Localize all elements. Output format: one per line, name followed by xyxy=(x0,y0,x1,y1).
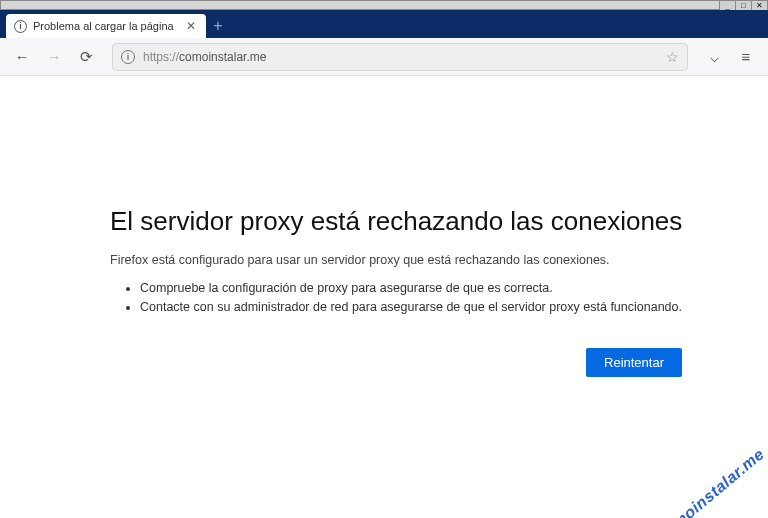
pocket-icon[interactable]: ⌵ xyxy=(700,43,728,71)
tab-title: Problema al cargar la página xyxy=(33,20,178,32)
bookmark-star-icon[interactable]: ☆ xyxy=(666,49,679,65)
window-close-button[interactable]: ✕ xyxy=(751,1,767,10)
info-icon: i xyxy=(14,20,27,33)
browser-tab[interactable]: i Problema al cargar la página ✕ xyxy=(6,14,206,38)
site-info-icon[interactable]: i xyxy=(121,50,135,64)
navigation-toolbar: ← → ⟳ i https://comoinstalar.me ☆ ⌵ ≡ xyxy=(0,38,768,76)
new-tab-button[interactable]: + xyxy=(206,14,230,38)
window-maximize-button[interactable]: □ xyxy=(735,1,751,10)
window-titlebar: _ □ ✕ xyxy=(0,0,768,10)
watermark: comoinstalar.me xyxy=(654,445,768,518)
error-page: El servidor proxy está rechazando las co… xyxy=(0,76,768,377)
url-host: comoinstalar.me xyxy=(179,50,266,64)
tab-close-button[interactable]: ✕ xyxy=(184,19,198,33)
retry-button[interactable]: Reintentar xyxy=(586,348,682,377)
error-description: Firefox está configurado para usar un se… xyxy=(110,253,708,267)
error-suggestions: Compruebe la configuración de proxy para… xyxy=(110,281,708,314)
tab-strip: i Problema al cargar la página ✕ + xyxy=(0,10,768,38)
error-suggestion-item: Contacte con su administrador de red par… xyxy=(140,300,708,314)
url-text: https://comoinstalar.me xyxy=(143,50,266,64)
forward-button[interactable]: → xyxy=(40,43,68,71)
menu-button[interactable]: ≡ xyxy=(732,43,760,71)
back-button[interactable]: ← xyxy=(8,43,36,71)
button-row: Reintentar xyxy=(110,348,708,377)
url-bar[interactable]: i https://comoinstalar.me ☆ xyxy=(112,43,688,71)
error-heading: El servidor proxy está rechazando las co… xyxy=(110,206,708,237)
error-suggestion-item: Compruebe la configuración de proxy para… xyxy=(140,281,708,295)
window-minimize-button[interactable]: _ xyxy=(719,1,735,10)
reload-button[interactable]: ⟳ xyxy=(72,43,100,71)
url-protocol: https:// xyxy=(143,50,179,64)
